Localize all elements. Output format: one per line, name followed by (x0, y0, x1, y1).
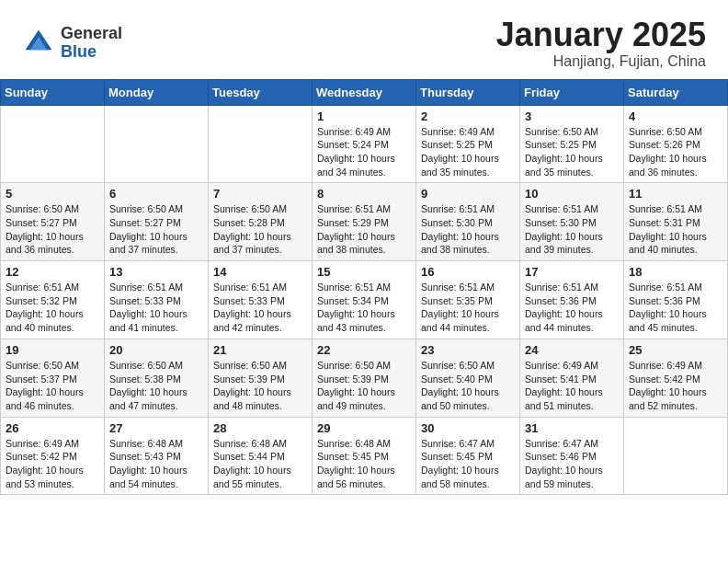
day-cell: 23Sunrise: 6:50 AM Sunset: 5:40 PM Dayli… (416, 339, 520, 417)
day-info: Sunrise: 6:47 AM Sunset: 5:45 PM Dayligh… (421, 437, 515, 491)
day-number: 22 (317, 343, 411, 357)
day-number: 3 (525, 109, 619, 123)
day-cell: 5Sunrise: 6:50 AM Sunset: 5:27 PM Daylig… (1, 183, 105, 261)
weekday-header-friday: Friday (520, 79, 624, 105)
day-cell: 26Sunrise: 6:49 AM Sunset: 5:42 PM Dayli… (1, 417, 105, 495)
day-number: 2 (421, 109, 515, 123)
week-row-1: 1Sunrise: 6:49 AM Sunset: 5:24 PM Daylig… (1, 105, 728, 183)
day-cell: 19Sunrise: 6:50 AM Sunset: 5:37 PM Dayli… (1, 339, 105, 417)
day-number: 10 (525, 187, 619, 201)
day-info: Sunrise: 6:48 AM Sunset: 5:44 PM Dayligh… (213, 437, 307, 491)
day-info: Sunrise: 6:51 AM Sunset: 5:36 PM Dayligh… (629, 281, 722, 335)
day-info: Sunrise: 6:49 AM Sunset: 5:24 PM Dayligh… (317, 125, 411, 179)
day-cell: 16Sunrise: 6:51 AM Sunset: 5:35 PM Dayli… (416, 261, 520, 339)
day-info: Sunrise: 6:51 AM Sunset: 5:30 PM Dayligh… (525, 202, 619, 257)
day-cell: 20Sunrise: 6:50 AM Sunset: 5:38 PM Dayli… (105, 339, 209, 417)
day-number: 31 (525, 421, 619, 435)
day-info: Sunrise: 6:50 AM Sunset: 5:27 PM Dayligh… (109, 202, 203, 257)
day-info: Sunrise: 6:51 AM Sunset: 5:36 PM Dayligh… (525, 281, 619, 335)
day-number: 24 (525, 343, 619, 357)
day-number: 26 (6, 421, 99, 435)
logo: General Blue (22, 25, 122, 62)
day-number: 23 (421, 343, 515, 357)
day-cell: 17Sunrise: 6:51 AM Sunset: 5:36 PM Dayli… (520, 261, 624, 339)
day-info: Sunrise: 6:49 AM Sunset: 5:41 PM Dayligh… (525, 359, 619, 413)
day-cell: 27Sunrise: 6:48 AM Sunset: 5:43 PM Dayli… (105, 417, 209, 495)
day-cell: 9Sunrise: 6:51 AM Sunset: 5:30 PM Daylig… (416, 183, 520, 261)
day-number: 27 (109, 421, 203, 435)
day-info: Sunrise: 6:50 AM Sunset: 5:25 PM Dayligh… (525, 125, 619, 179)
day-info: Sunrise: 6:49 AM Sunset: 5:42 PM Dayligh… (6, 437, 99, 491)
day-number: 28 (213, 421, 307, 435)
day-cell: 6Sunrise: 6:50 AM Sunset: 5:27 PM Daylig… (105, 183, 209, 261)
day-number: 8 (317, 187, 411, 201)
month-title: January 2025 (496, 17, 706, 53)
weekday-header-row: SundayMondayTuesdayWednesdayThursdayFrid… (1, 79, 728, 105)
day-number: 21 (213, 343, 307, 357)
day-cell: 2Sunrise: 6:49 AM Sunset: 5:25 PM Daylig… (416, 105, 520, 183)
day-info: Sunrise: 6:49 AM Sunset: 5:25 PM Dayligh… (421, 125, 515, 179)
day-cell: 25Sunrise: 6:49 AM Sunset: 5:42 PM Dayli… (624, 339, 728, 417)
day-cell: 29Sunrise: 6:48 AM Sunset: 5:45 PM Dayli… (313, 417, 416, 495)
day-info: Sunrise: 6:50 AM Sunset: 5:39 PM Dayligh… (317, 359, 411, 413)
day-info: Sunrise: 6:51 AM Sunset: 5:34 PM Dayligh… (317, 281, 411, 335)
day-cell (1, 105, 105, 183)
weekday-header-sunday: Sunday (1, 79, 105, 105)
header: General Blue January 2025 Hanjiang, Fuji… (0, 0, 728, 79)
day-number: 13 (109, 265, 203, 279)
day-info: Sunrise: 6:50 AM Sunset: 5:40 PM Dayligh… (421, 359, 515, 413)
day-info: Sunrise: 6:50 AM Sunset: 5:27 PM Dayligh… (6, 202, 99, 257)
day-info: Sunrise: 6:48 AM Sunset: 5:43 PM Dayligh… (109, 437, 203, 491)
day-info: Sunrise: 6:47 AM Sunset: 5:46 PM Dayligh… (525, 437, 619, 491)
day-cell: 4Sunrise: 6:50 AM Sunset: 5:26 PM Daylig… (624, 105, 728, 183)
week-row-5: 26Sunrise: 6:49 AM Sunset: 5:42 PM Dayli… (1, 417, 728, 495)
day-number: 14 (213, 265, 307, 279)
day-number: 6 (109, 187, 203, 201)
day-cell: 13Sunrise: 6:51 AM Sunset: 5:33 PM Dayli… (105, 261, 209, 339)
day-number: 19 (6, 343, 99, 357)
day-cell: 18Sunrise: 6:51 AM Sunset: 5:36 PM Dayli… (624, 261, 728, 339)
logo-general-text: General (61, 25, 122, 43)
day-info: Sunrise: 6:49 AM Sunset: 5:42 PM Dayligh… (629, 359, 722, 413)
day-cell (624, 417, 728, 495)
day-info: Sunrise: 6:51 AM Sunset: 5:35 PM Dayligh… (421, 281, 515, 335)
day-info: Sunrise: 6:50 AM Sunset: 5:37 PM Dayligh… (6, 359, 99, 413)
weekday-header-thursday: Thursday (416, 79, 520, 105)
day-cell: 12Sunrise: 6:51 AM Sunset: 5:32 PM Dayli… (1, 261, 105, 339)
day-cell: 1Sunrise: 6:49 AM Sunset: 5:24 PM Daylig… (313, 105, 416, 183)
day-number: 30 (421, 421, 515, 435)
day-info: Sunrise: 6:51 AM Sunset: 5:31 PM Dayligh… (629, 202, 722, 257)
day-number: 1 (317, 109, 411, 123)
day-info: Sunrise: 6:51 AM Sunset: 5:33 PM Dayligh… (213, 281, 307, 335)
logo-text: General Blue (61, 25, 122, 62)
day-cell: 8Sunrise: 6:51 AM Sunset: 5:29 PM Daylig… (313, 183, 416, 261)
day-cell: 7Sunrise: 6:50 AM Sunset: 5:28 PM Daylig… (209, 183, 313, 261)
day-number: 16 (421, 265, 515, 279)
day-cell: 30Sunrise: 6:47 AM Sunset: 5:45 PM Dayli… (416, 417, 520, 495)
week-row-3: 12Sunrise: 6:51 AM Sunset: 5:32 PM Dayli… (1, 261, 728, 339)
day-cell: 10Sunrise: 6:51 AM Sunset: 5:30 PM Dayli… (520, 183, 624, 261)
title-block: January 2025 Hanjiang, Fujian, China (496, 17, 706, 70)
day-number: 7 (213, 187, 307, 201)
week-row-2: 5Sunrise: 6:50 AM Sunset: 5:27 PM Daylig… (1, 183, 728, 261)
logo-icon (22, 27, 55, 60)
week-row-4: 19Sunrise: 6:50 AM Sunset: 5:37 PM Dayli… (1, 339, 728, 417)
day-cell: 21Sunrise: 6:50 AM Sunset: 5:39 PM Dayli… (209, 339, 313, 417)
day-cell: 28Sunrise: 6:48 AM Sunset: 5:44 PM Dayli… (209, 417, 313, 495)
day-cell: 24Sunrise: 6:49 AM Sunset: 5:41 PM Dayli… (520, 339, 624, 417)
day-info: Sunrise: 6:50 AM Sunset: 5:26 PM Dayligh… (629, 125, 722, 179)
day-cell: 15Sunrise: 6:51 AM Sunset: 5:34 PM Dayli… (313, 261, 416, 339)
day-cell: 14Sunrise: 6:51 AM Sunset: 5:33 PM Dayli… (209, 261, 313, 339)
weekday-header-saturday: Saturday (624, 79, 728, 105)
logo-blue-text: Blue (61, 43, 122, 62)
day-number: 11 (629, 187, 722, 201)
day-cell: 31Sunrise: 6:47 AM Sunset: 5:46 PM Dayli… (520, 417, 624, 495)
day-number: 4 (629, 109, 722, 123)
location: Hanjiang, Fujian, China (496, 53, 706, 70)
weekday-header-wednesday: Wednesday (313, 79, 416, 105)
day-number: 20 (109, 343, 203, 357)
calendar: SundayMondayTuesdayWednesdayThursdayFrid… (0, 79, 728, 496)
day-cell: 22Sunrise: 6:50 AM Sunset: 5:39 PM Dayli… (313, 339, 416, 417)
day-info: Sunrise: 6:51 AM Sunset: 5:32 PM Dayligh… (6, 281, 99, 335)
day-cell: 3Sunrise: 6:50 AM Sunset: 5:25 PM Daylig… (520, 105, 624, 183)
